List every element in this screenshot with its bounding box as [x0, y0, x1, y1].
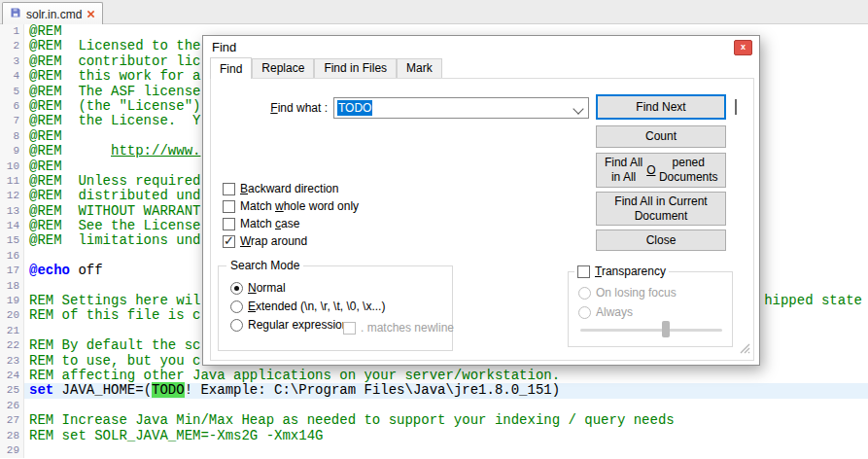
radio-circle — [230, 300, 243, 313]
find-all-current-document-button[interactable]: Find All in Current Document — [596, 192, 726, 226]
code-text: REM Increase Java Min/Max Heap as needed… — [24, 413, 868, 428]
checkbox-box — [223, 218, 235, 230]
line-number: 3 — [0, 54, 24, 69]
slider-track — [580, 329, 722, 332]
file-tab-bar: solr.in.cmd — [0, 0, 868, 24]
slider-thumb[interactable] — [662, 321, 670, 337]
line-number: 13 — [0, 204, 24, 219]
two-buttons-mode-checkbox[interactable] — [735, 99, 737, 115]
transparency-group: Transparency On losing focusAlways — [568, 271, 733, 347]
code-line-24: 24REM affecting other Java applications … — [0, 369, 868, 383]
line-number: 27 — [0, 413, 24, 428]
line-number: 4 — [0, 69, 24, 84]
code-text — [24, 443, 868, 458]
radio-regular-expression[interactable]: Regular expression — [230, 318, 348, 332]
radio-label: Regular expression — [248, 318, 348, 332]
radio-label: Normal — [248, 281, 286, 295]
dialog-tab-mark[interactable]: Mark — [397, 58, 442, 78]
checkbox-label: Match whole word only — [240, 199, 359, 213]
radio-label: Extended (\n, \r, \t, \0, \x...) — [248, 300, 385, 313]
line-number: 9 — [0, 144, 24, 159]
line-number: 8 — [0, 129, 24, 144]
code-text: REM set SOLR_JAVA_MEM=-Xms2G -Xmx14G — [24, 429, 868, 443]
line-number: 5 — [0, 85, 24, 99]
line-number: 10 — [0, 159, 24, 174]
tab-close-icon[interactable] — [87, 10, 95, 18]
line-number: 16 — [0, 249, 24, 264]
radio-on-losing-focus: On losing focus — [578, 286, 677, 300]
find-what-value: TODO — [337, 100, 372, 116]
line-number: 7 — [0, 114, 24, 128]
file-tab-solr-in-cmd[interactable]: solr.in.cmd — [2, 2, 103, 25]
checkbox-match-whole-word-only[interactable]: Match whole word only — [223, 199, 359, 213]
close-button[interactable]: Close — [596, 230, 726, 251]
line-number: 18 — [0, 279, 24, 294]
checkbox-match-case[interactable]: Match case — [223, 217, 299, 230]
line-number: 15 — [0, 233, 24, 248]
radio-circle — [230, 319, 243, 332]
count-button[interactable]: Count — [596, 125, 726, 148]
transparency-slider[interactable] — [580, 321, 722, 338]
find-what-combobox[interactable]: TODO — [333, 97, 589, 119]
radio-circle — [578, 287, 591, 300]
combobox-dropdown-icon[interactable] — [573, 103, 583, 114]
line-number: 1 — [0, 24, 24, 39]
find-tab-page: Find what : TODO Find Next Count Find Al… — [210, 78, 754, 361]
checkbox-box — [223, 235, 235, 248]
code-line-28: 28REM set SOLR_JAVA_MEM=-Xms2G -Xmx14G — [0, 429, 868, 443]
code-line-27: 27REM Increase Java Min/Max Heap as need… — [0, 413, 868, 428]
line-number: 21 — [0, 324, 24, 338]
dialog-title: Find — [212, 40, 236, 54]
radio-normal[interactable]: Normal — [230, 281, 286, 295]
line-number: 22 — [0, 338, 24, 353]
file-tab-label: solr.in.cmd — [26, 8, 82, 21]
radio-label: On losing focus — [596, 286, 677, 300]
code-line-26: 26 — [0, 399, 868, 413]
line-number: 6 — [0, 99, 24, 114]
line-number: 12 — [0, 189, 24, 203]
checkbox-box — [223, 200, 235, 213]
find-what-label: Find what : — [211, 101, 328, 115]
line-number: 26 — [0, 399, 24, 413]
find-all-opened-documents-button[interactable]: Find All in All Opened Documents — [596, 153, 726, 188]
checkbox-label: Backward direction — [240, 182, 338, 195]
line-number: 14 — [0, 219, 24, 233]
dialog-title-bar[interactable]: Find x — [203, 36, 759, 57]
code-line-29: 29 — [0, 443, 868, 458]
checkbox-label: Wrap around — [240, 234, 307, 248]
dialog-close-icon[interactable]: x — [734, 40, 752, 55]
saved-file-icon — [10, 7, 21, 21]
line-number: 20 — [0, 308, 24, 323]
find-dialog: Find x FindReplaceFind in FilesMark Find… — [202, 35, 760, 366]
dialog-tab-replace[interactable]: Replace — [252, 58, 314, 78]
transparency-checkbox[interactable]: Transparency — [574, 265, 669, 278]
find-next-button[interactable]: Find Next — [596, 94, 726, 120]
code-text — [24, 399, 868, 413]
radio-always: Always — [578, 305, 633, 319]
line-number: 28 — [0, 429, 24, 443]
checkbox-wrap-around[interactable]: Wrap around — [223, 234, 307, 248]
checkbox-backward-direction[interactable]: Backward direction — [223, 182, 338, 195]
line-number: 25 — [0, 383, 24, 398]
dialog-tab-find[interactable]: Find — [210, 57, 252, 79]
notepad-window: solr.in.cmd 1@REM2@REM Licensed to the3@… — [0, 0, 868, 459]
radio-circle — [578, 306, 591, 319]
dot-matches-newline-checkbox: . matches newline — [343, 321, 454, 335]
line-number: 11 — [0, 174, 24, 189]
code-text: REM affecting other Java applications on… — [24, 369, 868, 383]
radio-extended-n-r-t-0-x[interactable]: Extended (\n, \r, \t, \0, \x...) — [230, 300, 385, 313]
code-line-25: 25set JAVA_HOME=(TODO! Example: C:\Progr… — [0, 383, 868, 398]
line-number: 29 — [0, 443, 24, 458]
code-text: set JAVA_HOME=(TODO! Example: C:\Program… — [24, 383, 868, 398]
dialog-tab-find-in-files[interactable]: Find in Files — [314, 58, 397, 78]
line-number: 19 — [0, 294, 24, 308]
checkbox-box — [223, 183, 235, 195]
checkbox-label: Match case — [240, 217, 299, 230]
line-number: 24 — [0, 369, 24, 383]
line-number: 17 — [0, 264, 24, 278]
resize-grip[interactable] — [739, 342, 750, 357]
line-number: 23 — [0, 354, 24, 369]
radio-label: Always — [596, 305, 633, 319]
search-mode-group: Search Mode NormalExtended (\n, \r, \t, … — [218, 265, 453, 351]
find-dialog-tabs: FindReplaceFind in FilesMark — [210, 58, 442, 78]
